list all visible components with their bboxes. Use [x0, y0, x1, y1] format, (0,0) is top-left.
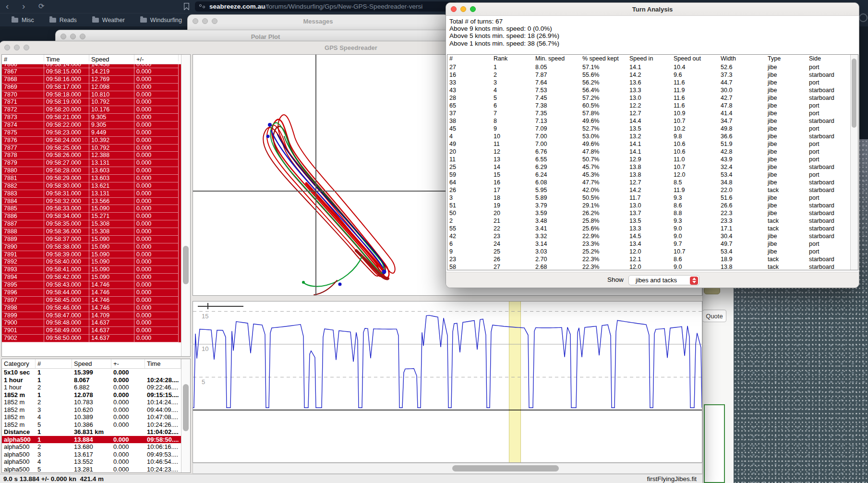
- table-row[interactable]: 788809:58:36.00015.3080.000: [2, 228, 190, 236]
- table-row[interactable]: 786709:58:15.00014.2190.000: [2, 68, 190, 76]
- table-row[interactable]: 2213.4825.8%13.59.323.3tackstarboard: [447, 217, 858, 225]
- table-row[interactable]: 1852 m310.6200.00009:44:09....: [2, 406, 190, 414]
- table-row[interactable]: 789509:58:43.00014.7460.000: [2, 281, 190, 289]
- table-row[interactable]: 789009:58:38.00015.0900.000: [2, 243, 190, 251]
- table-row[interactable]: 788009:58:28.00013.6030.000: [2, 167, 190, 175]
- table-row[interactable]: 789409:58:42.00015.0900.000: [2, 274, 190, 281]
- table-row[interactable]: 787209:58:20.00010.1760.000: [2, 106, 190, 114]
- table-row[interactable]: 4347.5356.4%13.311.930.0jibestarboard: [447, 86, 858, 94]
- table-row[interactable]: 25146.2945.7%13.810.732.4jibestarboard: [447, 163, 858, 171]
- table-row[interactable]: 788609:58:34.00015.2710.000: [2, 213, 190, 220]
- table-row[interactable]: 6243.1423.3%13.49.749.7jibeport: [447, 240, 858, 248]
- table-row[interactable]: 42233.3222.9%14.59.030.4jibestarboard: [447, 232, 858, 240]
- table-row[interactable]: 789609:58:44.00014.7460.000: [2, 289, 190, 297]
- table-row[interactable]: 786909:58:17.00012.0980.000: [2, 84, 190, 91]
- show-filter-select[interactable]: jibes and tacks: [628, 275, 699, 285]
- table-row[interactable]: 788909:58:37.00015.0900.000: [2, 236, 190, 243]
- table-row[interactable]: Distance136.831 km11:04:02....: [2, 428, 190, 436]
- table-row[interactable]: 790209:58:50.00014.6370.000: [2, 335, 190, 342]
- gps-data-scrollbar[interactable]: [181, 55, 190, 356]
- table-row[interactable]: 64166.0847.7%12.78.534.8jibestarboard: [447, 179, 858, 186]
- chart-zoom-slider-handle[interactable]: [207, 303, 208, 309]
- bookmark-item-weather[interactable]: Weather: [92, 17, 125, 24]
- table-row[interactable]: 23262.7022.3%12.18.618.9tackstarboard: [447, 255, 858, 263]
- site-settings-icon[interactable]: [199, 4, 206, 9]
- scrollbar-thumb[interactable]: [183, 246, 189, 284]
- table-row[interactable]: 788309:58:31.00013.1310.000: [2, 190, 190, 198]
- table-row[interactable]: 787809:58:26.00012.3880.000: [2, 152, 190, 159]
- table-row[interactable]: alpha500313.6170.00009:49:53....: [2, 451, 190, 459]
- table-row[interactable]: 1852 m112.0780.00009:15:15....: [2, 391, 190, 399]
- gps-category-scrollbar[interactable]: [181, 359, 190, 472]
- table-row[interactable]: 49117.0049.6%14.110.651.9jibeport: [447, 140, 858, 148]
- table-row[interactable]: 2718.0557.1%14.110.452.6jibeport: [447, 63, 858, 71]
- table-row[interactable]: 787709:58:25.00010.7920.000: [2, 145, 190, 152]
- table-row[interactable]: 20126.7647.8%14.110.642.8jibeport: [447, 148, 858, 156]
- table-row[interactable]: 786609:58:14.00014.4580.000: [2, 64, 190, 68]
- table-row[interactable]: 50203.5926.2%13.78.822.3jibestarboard: [447, 209, 858, 217]
- scrollbar-thumb[interactable]: [183, 384, 189, 431]
- table-row[interactable]: 4597.0952.7%13.510.249.8jibeport: [447, 125, 858, 133]
- forward-icon[interactable]: ›: [22, 0, 25, 13]
- scrollbar-thumb[interactable]: [852, 59, 856, 128]
- forum-reply-box[interactable]: [704, 404, 725, 483]
- table-row[interactable]: 790109:58:49.00014.6370.000: [2, 327, 190, 335]
- back-icon[interactable]: ‹: [6, 0, 9, 13]
- table-row[interactable]: 788709:58:35.00015.3080.000: [2, 220, 190, 228]
- chart-zoom-slider[interactable]: [198, 306, 243, 307]
- table-row[interactable]: 787909:58:27.00013.1310.000: [2, 159, 190, 167]
- table-row[interactable]: 2857.4557.2%13.011.642.7jibestarboard: [447, 94, 858, 102]
- bookmark-icon[interactable]: [184, 3, 189, 12]
- table-row[interactable]: 9253.0325.2%12.010.753.4jibeport: [447, 248, 858, 255]
- table-row[interactable]: alpha500213.6800.00010:06:16....: [2, 443, 190, 451]
- table-row[interactable]: 788509:58:33.00015.0900.000: [2, 205, 190, 213]
- table-row[interactable]: 787409:58:22.0009.3050.000: [2, 121, 190, 129]
- table-row[interactable]: 3185.8950.5%11.79.351.6jibeport: [447, 194, 858, 202]
- table-row[interactable]: 788409:58:32.00013.5660.000: [2, 198, 190, 205]
- table-row[interactable]: 3337.6456.2%13.611.644.7jibeport: [447, 79, 858, 86]
- table-row[interactable]: 58272.6822.3%12.09.013.8tackstarboard: [447, 263, 858, 270]
- table-row[interactable]: 1852 m210.7830.00010:14:24....: [2, 398, 190, 406]
- table-row[interactable]: 1627.8755.6%14.29.637.3jibestarboard: [447, 71, 858, 79]
- table-row[interactable]: 3887.1349.6%14.410.734.7jibestarboard: [447, 117, 858, 125]
- table-row[interactable]: 787109:58:19.00010.7920.000: [2, 98, 190, 106]
- table-row[interactable]: 788209:58:30.00013.6210.000: [2, 182, 190, 190]
- table-row[interactable]: 787309:58:21.0009.3050.000: [2, 114, 190, 121]
- table-row[interactable]: 789209:58:40.00015.0900.000: [2, 258, 190, 266]
- scrollbar-thumb[interactable]: [452, 465, 559, 471]
- table-row[interactable]: 788109:58:29.00013.6030.000: [2, 175, 190, 182]
- table-row[interactable]: 789709:58:45.00014.7460.000: [2, 297, 190, 304]
- url-bar[interactable]: seabreeze.com.au/forums/Windsurfing/Gps/…: [195, 1, 457, 12]
- table-row[interactable]: 787009:58:18.00010.8100.000: [2, 91, 190, 99]
- bookmark-item-windsurfing[interactable]: Windsurfing: [140, 17, 182, 24]
- table-row[interactable]: 1 hour18.0670.00010:24:28....: [2, 376, 190, 384]
- table-row[interactable]: 51193.7929.1%13.08.626.6jibestarboard: [447, 202, 858, 209]
- table-row[interactable]: 787509:58:23.0009.4490.000: [2, 129, 190, 137]
- table-row[interactable]: 1 hour26.8820.00009:22:46....: [2, 384, 190, 391]
- quote-button[interactable]: Quote: [702, 310, 726, 322]
- table-row[interactable]: 4107.0053.0%13.29.836.6jibestarboard: [447, 133, 858, 140]
- turn-titlebar[interactable]: Turn Analysis: [446, 3, 859, 16]
- table-row[interactable]: 59156.2445.3%13.812.053.4jibeport: [447, 171, 858, 179]
- table-row[interactable]: 26175.9542.0%14.211.922.0tackstarboard: [447, 186, 858, 194]
- chart-horizontal-scrollbar[interactable]: [193, 463, 702, 474]
- table-row[interactable]: 790009:58:48.00014.6370.000: [2, 319, 190, 327]
- table-row[interactable]: 789109:58:39.00015.0900.000: [2, 251, 190, 259]
- table-row[interactable]: alpha500113.8840.00009:58:50....: [2, 436, 190, 444]
- table-row[interactable]: 787609:58:24.00010.3920.000: [2, 137, 190, 145]
- table-row[interactable]: 3777.3557.8%12.710.941.4jibeport: [447, 109, 858, 117]
- table-row[interactable]: 789309:58:41.00015.0900.000: [2, 266, 190, 274]
- table-row[interactable]: alpha500513.2810.00010:24:23....: [2, 466, 190, 473]
- bookmark-item-reads[interactable]: Reads: [49, 17, 77, 24]
- table-row[interactable]: 789909:58:47.00014.7090.000: [2, 312, 190, 320]
- table-row[interactable]: 11136.5550.7%12.911.043.9jibeport: [447, 156, 858, 163]
- reload-icon[interactable]: ⟳: [38, 0, 45, 13]
- table-row[interactable]: 1852 m410.3890.00010:47:08....: [2, 413, 190, 421]
- table-row[interactable]: 789809:58:46.00014.7460.000: [2, 304, 190, 312]
- bookmark-item-misc[interactable]: Misc: [12, 17, 34, 24]
- table-row[interactable]: 55223.4125.6%13.39.017.1tackstarboard: [447, 225, 858, 232]
- table-row[interactable]: 5x10 sec115.3990.000: [2, 369, 190, 376]
- table-row[interactable]: 786809:58:16.00012.7690.000: [2, 76, 190, 84]
- table-row[interactable]: alpha500413.5520.00010:46:54....: [2, 458, 190, 466]
- table-row[interactable]: 6567.3860.5%12.211.647.8jibeport: [447, 102, 858, 109]
